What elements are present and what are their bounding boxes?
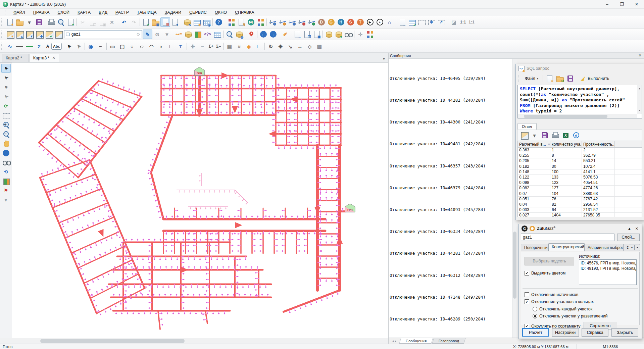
add-object-button[interactable]: ✛: [355, 30, 365, 39]
line-style-levee-button[interactable]: [24, 42, 34, 51]
mesh-button[interactable]: ◇: [305, 42, 314, 51]
node-remove-button[interactable]: −: [198, 42, 207, 51]
print-result-button[interactable]: [550, 131, 560, 140]
open-dropdown-arrow[interactable]: ▾: [24, 17, 34, 27]
separator[interactable]: [173, 31, 173, 38]
import-button[interactable]: ▼: [170, 17, 180, 27]
line-style-plain-button[interactable]: [15, 42, 24, 51]
select-frame-button[interactable]: [417, 17, 427, 27]
separator[interactable]: [85, 43, 85, 50]
table-row[interactable]: 0.1221335076.53: [518, 175, 642, 180]
maximize-button[interactable]: ❐: [614, 0, 629, 8]
table-row[interactable]: 0.20514550.21: [518, 158, 642, 164]
line-mode-3-button[interactable]: [287, 17, 297, 27]
run-fast-button[interactable]: »: [375, 17, 385, 27]
dialog-button[interactable]: Справка: [582, 328, 608, 337]
table-header-cell[interactable]: Расчетный в... ▽: [518, 141, 550, 147]
menu-item[interactable]: ЗАДАЧИ: [161, 9, 185, 15]
sheet-nav-arrows[interactable]: ◂▸: [389, 338, 400, 344]
layer-add-button[interactable]: ✚: [34, 30, 44, 39]
db-export-button[interactable]: [324, 30, 334, 39]
export-frame-button[interactable]: →: [292, 30, 302, 39]
sources-listbox[interactable]: ID: 45676, ГРП в мкр. Новоладожский (ID:…: [579, 259, 637, 285]
theme-colors-button[interactable]: [193, 30, 203, 39]
separator[interactable]: [245, 31, 245, 38]
tab-scroll-left-button[interactable]: ◂: [629, 245, 635, 250]
close-icon[interactable]: ✕: [635, 227, 638, 231]
topology-button[interactable]: ◉: [86, 42, 96, 51]
source-item[interactable]: ID: 45676, ГРП в мкр. Новоладожский (: [581, 260, 635, 266]
draw-arc-button[interactable]: ◠: [147, 42, 156, 51]
select-object-button[interactable]: ➤: [64, 42, 74, 51]
menu-item[interactable]: ПРАВКА: [29, 9, 54, 15]
menu-item[interactable]: ФАЙЛ: [9, 9, 29, 15]
info-tool[interactable]: i: [1, 148, 11, 157]
undo-button[interactable]: ↶: [119, 17, 129, 27]
scale-1-1-button[interactable]: 1:1: [459, 17, 467, 27]
sheet-tab[interactable]: Сообщения: [399, 338, 433, 344]
options-table-button[interactable]: ✔: [407, 17, 417, 27]
separator[interactable]: [140, 18, 140, 26]
separator[interactable]: [257, 31, 257, 38]
sql-code-editor[interactable]: SELECT [Расчетный внутренний диаметр], c…: [517, 85, 642, 118]
refresh-icon[interactable]: ⟳: [137, 32, 140, 37]
table-row[interactable]: 0.182301072.4: [518, 164, 642, 169]
execute-button[interactable]: Выполнить: [579, 75, 612, 82]
network-tree-button[interactable]: [256, 17, 265, 27]
node-edit-button[interactable]: ◈: [244, 42, 254, 51]
expand-button[interactable]: ▼: [162, 30, 172, 39]
layer-new-button[interactable]: ✶: [5, 30, 15, 39]
layer-button[interactable]: Слой...: [617, 234, 640, 241]
file-menu-button[interactable]: Файл ▾: [522, 75, 541, 82]
select-element-tool[interactable]: ➤: [1, 92, 11, 101]
select-add-tool[interactable]: ➤: [1, 73, 11, 82]
editor-vertical-scrollbar[interactable]: ▲▼: [637, 85, 642, 114]
export-web-button[interactable]: e: [571, 131, 581, 140]
menu-item[interactable]: КАРТА: [73, 9, 95, 15]
sql-open-button[interactable]: ↺: [555, 74, 565, 83]
zulugaz-tab[interactable]: Поверочный: [521, 244, 549, 251]
label-a-button[interactable]: A: [44, 42, 51, 51]
key-fields-button[interactable]: ⊶=: [174, 30, 183, 39]
mode-h-button[interactable]: H: [336, 17, 346, 27]
previous-view-tool[interactable]: ⟲: [1, 167, 11, 176]
filter-tool[interactable]: ▼: [1, 195, 11, 204]
answer-tab[interactable]: Ответ: [517, 123, 537, 130]
messages-log[interactable]: Отключение участка: ID=46405 (239/284) О…: [389, 59, 512, 338]
database-edit-button[interactable]: ✎: [182, 17, 192, 27]
menu-item[interactable]: ВИД: [95, 9, 111, 15]
save-result-button[interactable]: [540, 131, 550, 140]
report-button[interactable]: ✶: [66, 17, 76, 27]
source-item[interactable]: ID: 49193, ГРП в мкр. Новоладожский (: [581, 266, 635, 271]
line-mode-2-button[interactable]: [278, 17, 287, 27]
table-find-button[interactable]: ◎: [202, 17, 211, 27]
ortho-button[interactable]: ∟: [254, 42, 263, 51]
flag-tool[interactable]: ⚑: [1, 186, 11, 195]
round-sortament-checkbox[interactable]: ✔ Округлять по сортаменту: [525, 324, 581, 329]
find-db-button[interactable]: ◎: [234, 30, 244, 39]
table-row[interactable]: 0.1481004141.1: [518, 169, 642, 175]
draw-rect-button[interactable]: ▭: [108, 42, 117, 51]
layer-open-button[interactable]: ▲: [15, 30, 24, 39]
smooth-button[interactable]: ~: [96, 42, 105, 51]
separator[interactable]: [223, 31, 224, 38]
open-project-button[interactable]: ▤: [151, 17, 160, 27]
highlight-checkbox[interactable]: ✔ Выделить цветом: [525, 271, 565, 276]
map-canvas[interactable]: ГРПГРП ➤ ➤ ➤ ➤ ⟳ + − i ⟲ ⚑ ▼: [0, 62, 388, 338]
select-rect-tool[interactable]: [1, 111, 11, 120]
menu-item[interactable]: РАСТР: [111, 9, 133, 15]
edit-layer-button[interactable]: ✎: [143, 30, 152, 39]
layer-check-button[interactable]: ✔: [44, 30, 54, 39]
table-header-cell[interactable]: количество уча...: [550, 141, 582, 147]
menu-item[interactable]: СЛОЙ: [54, 9, 74, 15]
db-import-button[interactable]: ▼: [334, 30, 343, 39]
view-3d-button[interactable]: [343, 30, 353, 39]
label-abc-button[interactable]: Abc: [51, 43, 62, 50]
draw-rounded-rect-button[interactable]: ▢: [117, 42, 127, 51]
copy-frame-button[interactable]: ❐: [302, 30, 312, 39]
forward-button[interactable]: →: [268, 30, 278, 39]
table-row[interactable]: 0.027140427658.35: [518, 213, 642, 217]
dialog-button[interactable]: Закрыть: [611, 328, 638, 337]
open-map-button[interactable]: [15, 17, 24, 27]
map-horizontal-scrollbar[interactable]: [0, 338, 388, 344]
